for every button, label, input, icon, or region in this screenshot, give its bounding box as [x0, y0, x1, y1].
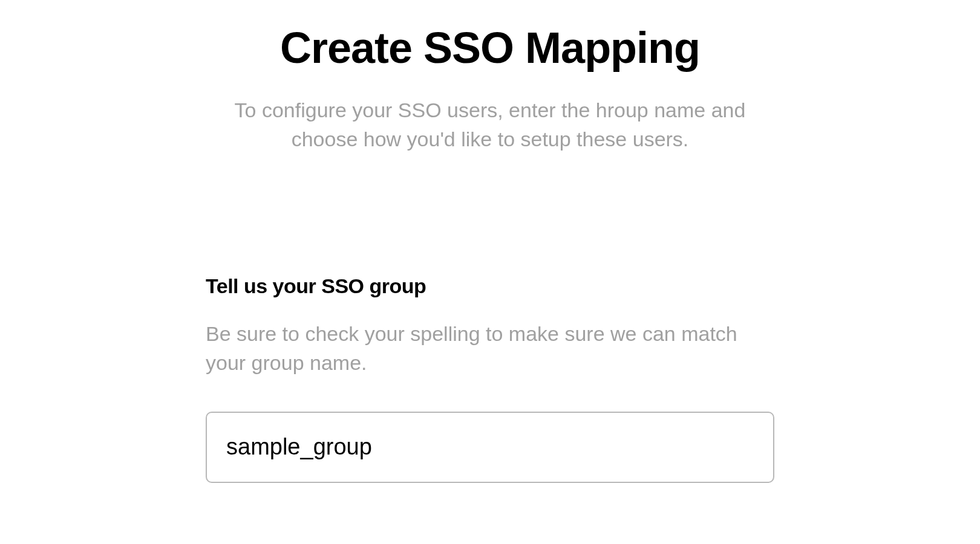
group-section-title: Tell us your SSO group: [206, 274, 774, 298]
page-title: Create SSO Mapping: [206, 24, 774, 72]
sso-mapping-form: Create SSO Mapping To configure your SSO…: [206, 24, 774, 483]
sso-group-input[interactable]: [206, 412, 774, 483]
page-subtitle: To configure your SSO users, enter the h…: [206, 96, 774, 154]
group-section-description: Be sure to check your spelling to make s…: [206, 320, 774, 377]
